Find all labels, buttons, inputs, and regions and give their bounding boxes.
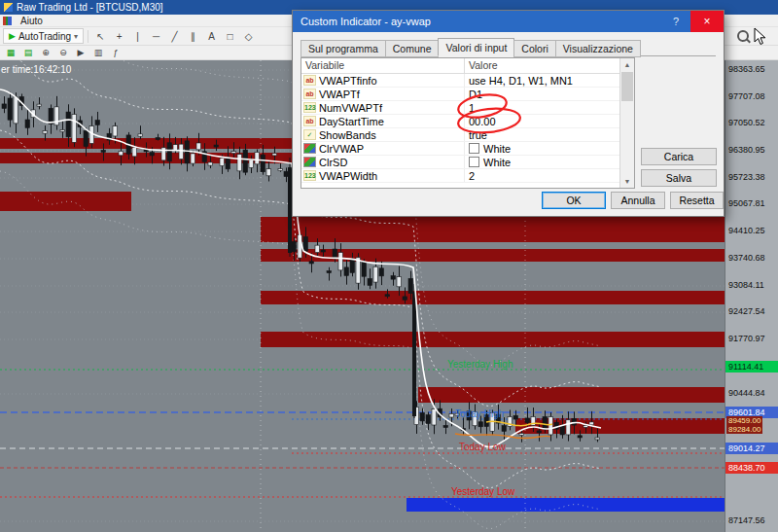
- tab-colori[interactable]: Colori: [513, 40, 555, 57]
- param-name: NumVWAPTf: [319, 102, 382, 114]
- toolbar-row2-icons: ▦▤⊕⊖▶▥ƒ: [3, 46, 124, 59]
- server-time-label: er time:16:42:10: [1, 64, 72, 75]
- param-row[interactable]: abVWAPTfinfouse H4, D1, W1, MN1: [301, 74, 634, 88]
- shapes-icon[interactable]: □: [222, 28, 238, 44]
- autotrading-play-icon: ▶: [9, 31, 16, 41]
- price-badge: 91114.41: [725, 361, 778, 372]
- channel-icon[interactable]: ∥: [185, 28, 201, 44]
- param-value: White: [483, 143, 511, 155]
- indicator-dialog: Custom Indicator - ay-vwap ? × Sul progr…: [292, 10, 725, 217]
- dialog-tabs: Sul programmaComuneValori di inputColori…: [301, 37, 716, 56]
- param-row[interactable]: ClrVWAPWhite: [301, 142, 634, 156]
- param-value: 00.00: [469, 116, 496, 127]
- annulla-button[interactable]: Annulla: [611, 192, 665, 209]
- param-name: VWAPWidth: [319, 170, 377, 182]
- ab-type-icon: ab: [303, 89, 316, 99]
- indicators-icon[interactable]: ƒ: [108, 46, 124, 59]
- dialog-help-button[interactable]: ?: [661, 11, 690, 32]
- chart-window-icon[interactable]: ▤: [20, 46, 36, 59]
- carica-button[interactable]: Carica: [641, 148, 717, 165]
- today-high-label: Today High: [455, 408, 504, 419]
- tab-visualizzazione[interactable]: Visualizzazione: [555, 40, 641, 57]
- arrow-tool-icon[interactable]: ◇: [240, 28, 257, 44]
- ab-type-icon: ab: [303, 116, 316, 126]
- param-value: true: [469, 129, 487, 141]
- app-icon: [4, 3, 13, 12]
- price-badge: 89014.27: [725, 443, 778, 454]
- param-row[interactable]: ✓ShowBandstrue: [301, 128, 634, 142]
- dialog-close-button[interactable]: ×: [690, 11, 724, 32]
- price-label: 97050.52: [728, 118, 765, 128]
- today-low-label: Today Low: [459, 442, 507, 452]
- auto-scroll-icon[interactable]: ▶: [73, 46, 88, 59]
- dialog-titlebar[interactable]: Custom Indicator - ay-vwap ? ×: [293, 11, 724, 32]
- toolbar-row1-icons: ↖+|─╱∥A□◇: [92, 28, 257, 44]
- color-type-icon: [303, 157, 316, 167]
- support-zone: [407, 498, 725, 512]
- resetta-button[interactable]: Resetta: [670, 192, 724, 209]
- chart-shift-icon[interactable]: ▥: [90, 46, 106, 59]
- scroll-down-icon[interactable]: ▼: [620, 175, 634, 188]
- param-row[interactable]: ClrSDWhite: [301, 156, 634, 169]
- metatrader-window: Raw Trading Ltd - [BTCUSD,M30] Aiuto ▶ A…: [0, 0, 778, 532]
- table-scrollbar[interactable]: ▲ ▼: [619, 58, 634, 188]
- table-header: Variabile Valore: [301, 58, 634, 74]
- parameters-table: Variabile Valore abVWAPTfinfouse H4, D1,…: [301, 57, 635, 189]
- color-swatch: [469, 157, 479, 167]
- color-swatch: [469, 143, 479, 154]
- menu-item-aiuto[interactable]: Aiuto: [17, 16, 47, 26]
- param-name: VWAPTf: [319, 89, 360, 100]
- price-badge: 88438.70: [725, 462, 778, 474]
- price-label: 93740.68: [728, 253, 765, 264]
- price-badge: 89284.00: [726, 425, 762, 434]
- price-label: 92427.54: [728, 306, 765, 317]
- zoom-in-icon[interactable]: ⊕: [38, 46, 53, 59]
- param-row: [301, 183, 634, 189]
- param-value: 2: [469, 170, 475, 182]
- chart-menu-icon: [3, 17, 12, 25]
- price-label: 87147.56: [728, 515, 765, 526]
- dialog-title: Custom Indicator - ay-vwap: [301, 16, 431, 27]
- yesterday-low-label: Yesterday Low: [451, 486, 515, 497]
- price-axis: 98363.6597707.0897050.5296380.9595723.38…: [725, 60, 778, 532]
- ok-button[interactable]: OK: [542, 192, 606, 209]
- param-row[interactable]: 123VWAPWidth2: [301, 169, 634, 183]
- param-name: VWAPTfinfo: [319, 75, 377, 87]
- column-header-variabile[interactable]: Variabile: [301, 58, 465, 73]
- horizontal-line-icon[interactable]: ─: [148, 28, 164, 44]
- price-label: 98363.65: [728, 64, 765, 75]
- pointer-icon[interactable]: ↖: [92, 28, 109, 44]
- scrollbar-thumb[interactable]: [621, 72, 633, 101]
- dropdown-caret-icon: ▾: [74, 32, 78, 41]
- trendline-icon[interactable]: ╱: [166, 28, 183, 44]
- scroll-up-icon[interactable]: ▲: [620, 58, 634, 71]
- tab-comune[interactable]: Comune: [385, 40, 440, 57]
- param-row[interactable]: abVWAPTfD1: [301, 88, 634, 101]
- param-value: 1: [469, 102, 475, 114]
- crosshair-icon[interactable]: +: [111, 28, 127, 44]
- autotrading-button[interactable]: ▶ AutoTrading ▾: [3, 28, 84, 44]
- param-name: ClrSD: [319, 157, 347, 168]
- price-label: 93084.11: [728, 280, 764, 291]
- param-row[interactable]: abDayStartTime00.00: [301, 115, 634, 128]
- price-badge: 89459.00: [726, 416, 762, 425]
- num-type-icon: 123: [303, 102, 316, 113]
- param-row[interactable]: 123NumVWAPTf1: [301, 101, 634, 115]
- tab-sul-programma[interactable]: Sul programma: [301, 40, 386, 57]
- num-type-icon: 123: [303, 170, 316, 181]
- param-value: D1: [469, 89, 482, 100]
- zoom-out-icon[interactable]: ⊖: [55, 46, 71, 59]
- search-icon[interactable]: [737, 30, 749, 42]
- text-tool-icon[interactable]: A: [203, 28, 220, 44]
- charts-grid-icon[interactable]: ▦: [3, 46, 18, 59]
- mouse-cursor-icon: [754, 27, 766, 46]
- tab-valori-di-input[interactable]: Valori di input: [438, 38, 514, 56]
- ab-type-icon: ab: [303, 75, 316, 86]
- param-name: ClrVWAP: [319, 143, 364, 155]
- yesterday-high-label: Yesterday High: [447, 359, 513, 370]
- param-value: use H4, D1, W1, MN1: [469, 75, 573, 87]
- param-name: ShowBands: [319, 129, 376, 141]
- vertical-line-icon[interactable]: |: [129, 28, 146, 44]
- column-header-valore[interactable]: Valore: [465, 58, 619, 73]
- salva-button[interactable]: Salva: [641, 169, 717, 187]
